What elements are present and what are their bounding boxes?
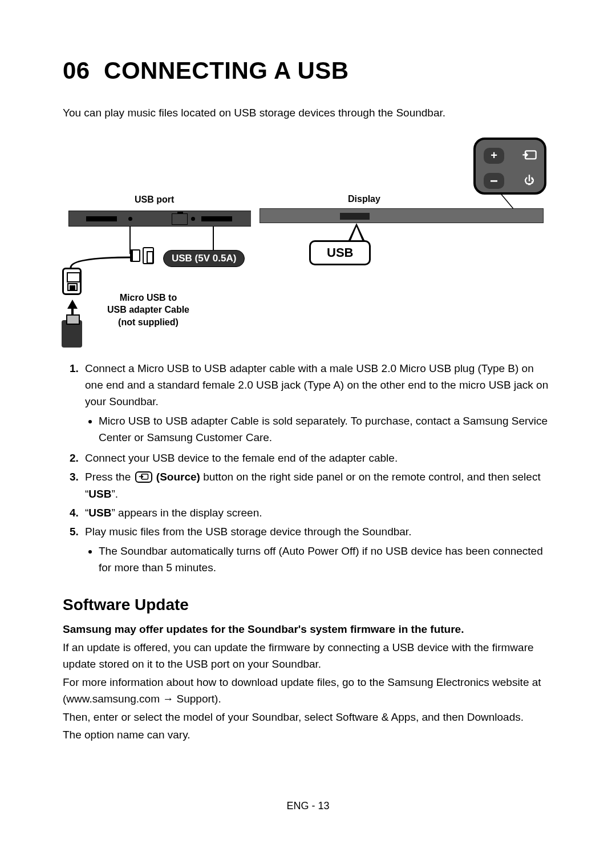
display-label: Display	[348, 194, 380, 204]
arrow-right-icon: →	[163, 693, 173, 705]
step-5: Play music files from the USB storage de…	[82, 523, 553, 576]
usb-power-label: USB (5V 0.5A)	[163, 250, 245, 267]
sw-p2-b: Support).	[173, 693, 221, 705]
volume-up-button: +	[484, 148, 504, 164]
step-1-text: Connect a Micro USB to USB adapter cable…	[85, 362, 548, 408]
section-title-text: CONNECTING A USB	[104, 57, 349, 84]
step-3-text-a: Press the	[85, 471, 134, 483]
step-5-bullet: The Soundbar automatically turns off (Au…	[99, 543, 553, 576]
source-button-icon	[521, 148, 537, 164]
adapter-label-line: (not supplied)	[118, 317, 179, 327]
soundbar-display-area	[340, 213, 370, 220]
volume-down-button: −	[484, 173, 504, 189]
software-update-bold: Samsung may offer updates for the Soundb…	[63, 623, 553, 636]
step-4: “USB” appears in the display screen.	[82, 504, 553, 521]
soundbar-left-underside	[68, 211, 251, 227]
adapter-cable-label: Micro USB to USB adapter Cable (not supp…	[91, 292, 205, 329]
step-1-bullet: Micro USB to USB adapter Cable is sold s…	[99, 413, 553, 446]
display-usb-bubble: USB	[309, 240, 371, 265]
bubble-pointer	[348, 223, 365, 241]
usb-a-plug-icon	[62, 320, 82, 348]
step-3-usb: USB	[88, 488, 111, 500]
step-2: Connect your USB device to the female en…	[82, 450, 553, 466]
step-5-text: Play music files from the USB storage de…	[85, 526, 411, 538]
software-update-p3: Then, enter or select the model of your …	[63, 709, 553, 725]
step-3-source-label: (Source)	[156, 471, 200, 483]
section-number: 06	[63, 57, 90, 84]
software-update-p4: The option name can vary.	[63, 726, 553, 743]
step-3-text-c: ”.	[111, 488, 118, 500]
soundbar-front	[260, 208, 544, 223]
adapter-label-line: Micro USB to	[120, 293, 177, 302]
step-3-text-b: button on the right side panel or on the…	[85, 471, 541, 499]
software-update-p1: If an update is offered, you can update …	[63, 639, 553, 673]
usb-storage-icon	[62, 268, 82, 295]
remote-control: + − ⏻	[473, 138, 546, 195]
power-button-icon: ⏻	[521, 173, 537, 189]
step-4-usb: USB	[88, 507, 111, 519]
step-1: Connect a Micro USB to USB adapter cable…	[82, 360, 553, 446]
source-icon	[135, 471, 152, 483]
usb-port-label: USB port	[135, 195, 174, 205]
adapter-label-line: USB adapter Cable	[107, 305, 189, 314]
software-update-p2: For more information about how to downlo…	[63, 674, 553, 708]
usb-connection-diagram: + − ⏻ USB port USB (5V 0.5A) Micro USB t…	[63, 138, 553, 349]
page-footer: ENG - 13	[0, 800, 616, 812]
section-title: 06 CONNECTING A USB	[63, 57, 553, 84]
intro-text: You can play music files located on USB …	[63, 105, 553, 122]
step-3: Press the (Source) button on the right s…	[82, 469, 553, 502]
step-4-text-b: ” appears in the display screen.	[111, 507, 262, 519]
instruction-steps: Connect a Micro USB to USB adapter cable…	[66, 360, 553, 576]
sw-p2-a: For more information about how to downlo…	[63, 676, 541, 705]
software-update-heading: Software Update	[63, 596, 553, 614]
